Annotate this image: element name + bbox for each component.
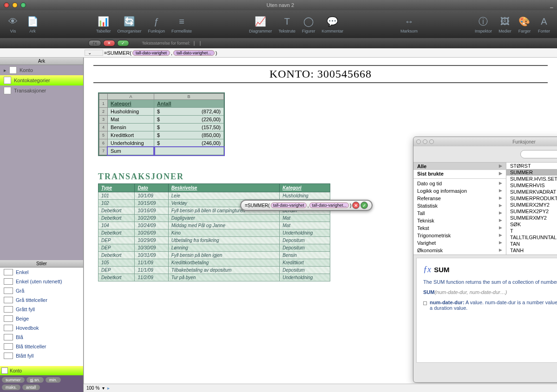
transactions-table[interactable]: TypeDatoBeskrivelseKategori10110/1/09Lei…: [98, 183, 330, 281]
window-title: Uten navn 2: [26, 2, 535, 8]
style-item[interactable]: Blått fyll: [0, 351, 83, 360]
function-signature: SUM(num-date-dur, num-date-dur…): [423, 289, 557, 295]
styles-list: EnkelEnkel (uten rutenett)GråGrå tittelc…: [0, 268, 83, 366]
fn-category-item[interactable]: Teknisk▶: [413, 217, 506, 224]
quick-pill[interactable]: min.: [46, 377, 61, 383]
fn-item[interactable]: SUMMERX2MY2: [506, 202, 557, 208]
toolbar-figurer[interactable]: ◯Figurer: [299, 14, 318, 34]
toolbar-icon: 🖼: [498, 15, 511, 28]
minimize-icon[interactable]: [12, 2, 18, 8]
main-toolbar: 👁Vis📄Ark 📊Tabeller🔄OmorganiserƒFunksjon≡…: [0, 10, 557, 38]
fn-category-item[interactable]: Økonomisk▶: [413, 247, 506, 254]
floating-formula-editor[interactable]: =SUMMER( tall-dato-varighet, tall-dato-v…: [240, 200, 373, 211]
style-item[interactable]: Grått fyll: [0, 305, 83, 314]
toolbar-kommentar[interactable]: 💬Kommentar: [319, 14, 347, 34]
fn-category-item[interactable]: Tekst▶: [413, 224, 506, 232]
fn-item[interactable]: T: [506, 228, 557, 234]
fn-category-item[interactable]: Alle▶: [413, 163, 506, 170]
style-item[interactable]: Blå: [0, 333, 83, 342]
float-cancel-icon[interactable]: ✕: [352, 202, 360, 209]
page-nav-icon[interactable]: ▸: [107, 385, 110, 391]
zoom-icon[interactable]: [20, 2, 26, 8]
style-item[interactable]: Beige: [0, 314, 83, 323]
toolbar-icon: ƒ: [150, 15, 163, 28]
style-item[interactable]: Hovedbok: [0, 323, 83, 333]
style-item[interactable]: Enkel: [0, 268, 83, 277]
formula-bar[interactable]: ⌄ =SUMMER( tall-dato-varighet , tall-dat…: [0, 48, 557, 58]
fn-category-item[interactable]: Statistisk▶: [413, 202, 506, 209]
function-category-list[interactable]: Alle▶Sist brukte▶Dato og tid▶Logikk og i…: [413, 163, 506, 255]
sheet-item[interactable]: Transaksjoner: [0, 85, 83, 96]
formula-text: =SUMMER(: [104, 50, 131, 56]
formula-token-2[interactable]: tall-dato-varighet...: [173, 50, 215, 56]
quick-pill[interactable]: gj.sn.: [26, 377, 44, 383]
toolbar-tekstrute[interactable]: TTekstrute: [276, 14, 299, 34]
fn-item[interactable]: TAN: [506, 241, 557, 247]
fn-item[interactable]: STØRST: [506, 163, 557, 169]
fn-item[interactable]: SUMMERXMY2: [506, 215, 557, 221]
quick-pill[interactable]: maks.: [2, 385, 20, 390]
toolbar-ark[interactable]: 📄Ark: [23, 14, 42, 34]
close-icon[interactable]: [4, 2, 9, 8]
fn-category-item[interactable]: Tall▶: [413, 209, 506, 217]
fn-category-item[interactable]: Varighet▶: [413, 239, 506, 247]
fn-category-item[interactable]: Referanse▶: [413, 195, 506, 202]
style-swatch-icon: [4, 269, 13, 275]
accept-pill[interactable]: ✓: [117, 40, 129, 46]
fn-category-item[interactable]: Trigonometrisk▶: [413, 232, 506, 239]
category-table[interactable]: AB1KategoriAntall2Husholdning$(872,40)3M…: [98, 92, 225, 156]
function-arg-desc: num-date-dur: A value. num-date-dur is a…: [423, 300, 557, 311]
toolbar-inspektor[interactable]: ⓘInspektor: [472, 14, 495, 34]
toolbar-medier[interactable]: 🖼Medier: [496, 14, 514, 34]
style-item[interactable]: Enkel (uten rutenett): [0, 277, 83, 286]
toolbar-vis[interactable]: 👁Vis: [4, 14, 22, 34]
cancel-pill[interactable]: ✕: [103, 40, 115, 46]
fn-item[interactable]: SUMMER: [506, 169, 557, 176]
fn-item[interactable]: SUMMERHVIS: [506, 182, 557, 189]
toolbar-icon: ≡: [175, 15, 188, 28]
fn-item[interactable]: SUMMERKVADRAT: [506, 189, 557, 195]
fn-category-item[interactable]: Dato og tid▶: [413, 180, 506, 187]
fn-item[interactable]: SUMMERPRODUKT: [506, 195, 557, 202]
toolbar-omorganiser[interactable]: 🔄Omorganiser: [114, 14, 144, 34]
style-item[interactable]: Blå tittelceller: [0, 342, 83, 351]
toolbar-icon: 🎨: [518, 15, 531, 28]
style-swatch-icon: [4, 353, 13, 359]
toolbar-fonter[interactable]: AFonter: [535, 14, 553, 34]
fx-pill[interactable]: ƒx: [88, 40, 101, 46]
float-accept-icon[interactable]: ✓: [360, 202, 368, 209]
sheet-icon: [9, 66, 17, 74]
toolbar-funksjon[interactable]: ƒFunksjon: [145, 14, 168, 34]
fn-item[interactable]: TANH: [506, 247, 557, 254]
function-name-list[interactable]: STØRSTSUMMERSUMMER.HVIS.SETTSUMMERHVISSU…: [506, 163, 557, 255]
fn-category-item[interactable]: Sist brukte▶: [413, 170, 506, 177]
style-item[interactable]: Grå: [0, 286, 83, 295]
cell-reference[interactable]: ⌄: [85, 50, 103, 56]
toolbar-marksom[interactable]: ↔Marksom: [398, 14, 420, 34]
float-token-2[interactable]: tall-dato-varighet...: [309, 203, 349, 208]
function-browser-header[interactable]: Funksjoner: [413, 137, 557, 146]
style-swatch-icon: [4, 278, 13, 285]
toolbar-farger[interactable]: 🎨Farger: [515, 14, 534, 34]
fn-item[interactable]: SUMMERX2PY2: [506, 208, 557, 215]
fn-category-item[interactable]: Logikk og informasjon▶: [413, 187, 506, 195]
toolbar-formelliste[interactable]: ≡Formelliste: [169, 14, 195, 34]
fn-item[interactable]: SUMMER.HVIS.SETT: [506, 176, 557, 182]
fn-item[interactable]: TALLTILGRUNNTALL: [506, 234, 557, 241]
quick-pill[interactable]: summer: [2, 377, 25, 383]
quick-pill[interactable]: antall: [22, 385, 40, 390]
float-token-1[interactable]: tall-dato-varighet: [271, 203, 307, 208]
toolbar-diagrammer[interactable]: 📈Diagrammer: [246, 14, 275, 34]
function-browser-panel[interactable]: Funksjoner Alle▶Sist brukte▶Dato og tid▶…: [413, 137, 557, 383]
fn-item[interactable]: SØK: [506, 221, 557, 228]
zoom-stepper-icon[interactable]: ▾: [102, 385, 105, 391]
style-item[interactable]: Grå tittelceller: [0, 295, 83, 305]
sheet-item[interactable]: ▸ Konto: [0, 65, 83, 75]
fn-item[interactable]: TEGNKODE: [506, 254, 557, 255]
toolbar-tabeller[interactable]: 📊Tabeller: [93, 14, 114, 34]
formula-token-1[interactable]: tall-dato-varighet: [132, 50, 170, 56]
sheet-item[interactable]: Kontokategorier: [0, 75, 83, 85]
zoom-level[interactable]: 100 %: [86, 385, 99, 391]
document-canvas[interactable]: KONTO: 300545668 AB1KategoriAntall2Husho…: [84, 58, 557, 392]
function-search-input[interactable]: [520, 150, 557, 158]
